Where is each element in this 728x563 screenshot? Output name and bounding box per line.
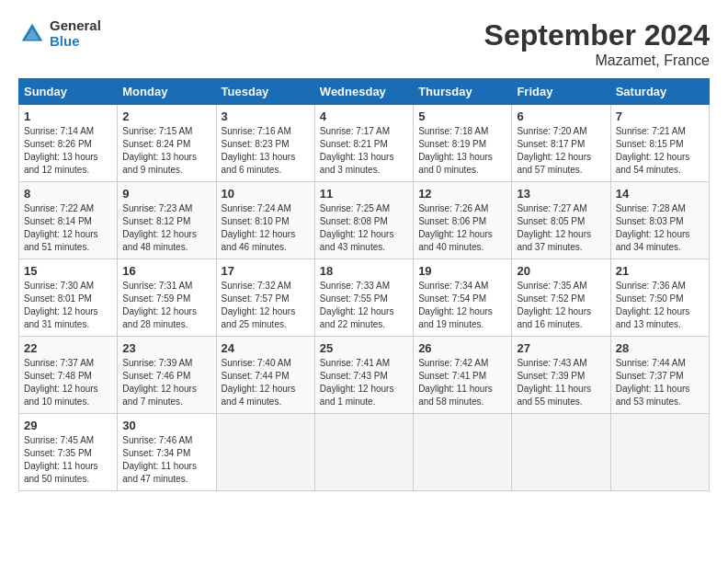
- day-number: 15: [24, 264, 112, 278]
- calendar-cell: 24Sunrise: 7:40 AMSunset: 7:44 PMDayligh…: [216, 337, 314, 414]
- header-monday: Monday: [118, 79, 216, 105]
- day-info: Sunrise: 7:43 AMSunset: 7:39 PMDaylight:…: [517, 357, 605, 408]
- header-sunday: Sunday: [19, 79, 118, 105]
- calendar-cell: 4Sunrise: 7:17 AMSunset: 8:21 PMDaylight…: [314, 105, 413, 182]
- day-number: 9: [122, 187, 210, 201]
- calendar-cell: [314, 414, 413, 491]
- calendar-cell: 8Sunrise: 7:22 AMSunset: 8:14 PMDaylight…: [19, 182, 118, 259]
- calendar-cell: 20Sunrise: 7:35 AMSunset: 7:52 PMDayligh…: [512, 259, 610, 337]
- day-info: Sunrise: 7:46 AMSunset: 7:34 PMDaylight:…: [122, 434, 210, 486]
- day-info: Sunrise: 7:17 AMSunset: 8:21 PMDaylight:…: [320, 125, 408, 177]
- logo: General Blue: [18, 18, 101, 49]
- day-info: Sunrise: 7:15 AMSunset: 8:24 PMDaylight:…: [122, 125, 210, 177]
- day-number: 28: [616, 341, 704, 355]
- day-number: 8: [24, 187, 112, 201]
- calendar-cell: 9Sunrise: 7:23 AMSunset: 8:12 PMDaylight…: [118, 182, 216, 259]
- day-info: Sunrise: 7:30 AMSunset: 8:01 PMDaylight:…: [24, 280, 112, 331]
- day-info: Sunrise: 7:41 AMSunset: 7:43 PMDaylight:…: [320, 357, 408, 408]
- calendar-cell: 7Sunrise: 7:21 AMSunset: 8:15 PMDaylight…: [610, 105, 709, 182]
- day-number: 18: [320, 264, 408, 278]
- day-info: Sunrise: 7:28 AMSunset: 8:03 PMDaylight:…: [616, 202, 704, 254]
- calendar-cell: 22Sunrise: 7:37 AMSunset: 7:48 PMDayligh…: [19, 337, 118, 414]
- logo-line2: Blue: [50, 34, 101, 50]
- calendar-cell: 19Sunrise: 7:34 AMSunset: 7:54 PMDayligh…: [414, 259, 512, 337]
- calendar-cell: 29Sunrise: 7:45 AMSunset: 7:35 PMDayligh…: [19, 414, 118, 491]
- header-wednesday: Wednesday: [314, 79, 413, 105]
- day-number: 21: [616, 264, 704, 278]
- logo-icon: [18, 20, 46, 48]
- calendar-cell: 17Sunrise: 7:32 AMSunset: 7:57 PMDayligh…: [216, 259, 314, 337]
- day-info: Sunrise: 7:26 AMSunset: 8:06 PMDaylight:…: [418, 202, 506, 254]
- day-number: 10: [222, 187, 310, 201]
- calendar-cell: [512, 414, 610, 491]
- day-number: 17: [222, 264, 310, 278]
- day-number: 14: [616, 187, 704, 201]
- day-number: 5: [418, 109, 506, 123]
- calendar-cell: 30Sunrise: 7:46 AMSunset: 7:34 PMDayligh…: [118, 414, 216, 491]
- page-header: General Blue September 2024 Mazamet, Fra…: [18, 18, 710, 69]
- calendar-week-2: 8Sunrise: 7:22 AMSunset: 8:14 PMDaylight…: [19, 182, 710, 259]
- calendar-cell: 13Sunrise: 7:27 AMSunset: 8:05 PMDayligh…: [512, 182, 610, 259]
- day-info: Sunrise: 7:44 AMSunset: 7:37 PMDaylight:…: [616, 357, 704, 408]
- calendar-table: SundayMondayTuesdayWednesdayThursdayFrid…: [18, 78, 710, 491]
- day-info: Sunrise: 7:37 AMSunset: 7:48 PMDaylight:…: [24, 357, 112, 408]
- header-saturday: Saturday: [610, 79, 709, 105]
- day-number: 25: [320, 341, 408, 355]
- calendar-cell: 16Sunrise: 7:31 AMSunset: 7:59 PMDayligh…: [118, 259, 216, 337]
- header-friday: Friday: [512, 79, 610, 105]
- day-number: 2: [122, 109, 210, 123]
- day-number: 16: [122, 264, 210, 278]
- header-thursday: Thursday: [414, 79, 512, 105]
- calendar-cell: 5Sunrise: 7:18 AMSunset: 8:19 PMDaylight…: [414, 105, 512, 182]
- day-info: Sunrise: 7:14 AMSunset: 8:26 PMDaylight:…: [24, 125, 112, 177]
- calendar-cell: 6Sunrise: 7:20 AMSunset: 8:17 PMDaylight…: [512, 105, 610, 182]
- calendar-cell: 28Sunrise: 7:44 AMSunset: 7:37 PMDayligh…: [610, 337, 709, 414]
- day-info: Sunrise: 7:24 AMSunset: 8:10 PMDaylight:…: [222, 202, 310, 254]
- calendar-cell: 12Sunrise: 7:26 AMSunset: 8:06 PMDayligh…: [414, 182, 512, 259]
- calendar-week-4: 22Sunrise: 7:37 AMSunset: 7:48 PMDayligh…: [19, 337, 710, 414]
- calendar-cell: 2Sunrise: 7:15 AMSunset: 8:24 PMDaylight…: [118, 105, 216, 182]
- calendar-cell: 25Sunrise: 7:41 AMSunset: 7:43 PMDayligh…: [314, 337, 413, 414]
- day-number: 12: [418, 187, 506, 201]
- calendar-cell: 15Sunrise: 7:30 AMSunset: 8:01 PMDayligh…: [19, 259, 118, 337]
- day-info: Sunrise: 7:45 AMSunset: 7:35 PMDaylight:…: [24, 434, 112, 486]
- day-info: Sunrise: 7:36 AMSunset: 7:50 PMDaylight:…: [616, 280, 704, 331]
- day-info: Sunrise: 7:27 AMSunset: 8:05 PMDaylight:…: [517, 202, 605, 254]
- day-number: 19: [418, 264, 506, 278]
- day-number: 13: [517, 187, 605, 201]
- day-info: Sunrise: 7:16 AMSunset: 8:23 PMDaylight:…: [222, 125, 310, 177]
- day-number: 23: [122, 341, 210, 355]
- day-number: 4: [320, 109, 408, 123]
- logo-line1: General: [50, 18, 101, 34]
- calendar-title: September 2024: [484, 18, 710, 52]
- day-number: 3: [222, 109, 310, 123]
- day-info: Sunrise: 7:40 AMSunset: 7:44 PMDaylight:…: [222, 357, 310, 408]
- calendar-cell: [610, 414, 709, 491]
- day-info: Sunrise: 7:21 AMSunset: 8:15 PMDaylight:…: [616, 125, 704, 177]
- day-info: Sunrise: 7:39 AMSunset: 7:46 PMDaylight:…: [122, 357, 210, 408]
- calendar-cell: [414, 414, 512, 491]
- calendar-cell: 11Sunrise: 7:25 AMSunset: 8:08 PMDayligh…: [314, 182, 413, 259]
- day-info: Sunrise: 7:32 AMSunset: 7:57 PMDaylight:…: [222, 280, 310, 331]
- calendar-cell: 27Sunrise: 7:43 AMSunset: 7:39 PMDayligh…: [512, 337, 610, 414]
- day-number: 22: [24, 341, 112, 355]
- day-info: Sunrise: 7:20 AMSunset: 8:17 PMDaylight:…: [517, 125, 605, 177]
- header-tuesday: Tuesday: [216, 79, 314, 105]
- calendar-cell: 18Sunrise: 7:33 AMSunset: 7:55 PMDayligh…: [314, 259, 413, 337]
- day-number: 20: [517, 264, 605, 278]
- calendar-cell: 10Sunrise: 7:24 AMSunset: 8:10 PMDayligh…: [216, 182, 314, 259]
- day-info: Sunrise: 7:25 AMSunset: 8:08 PMDaylight:…: [320, 202, 408, 254]
- calendar-week-5: 29Sunrise: 7:45 AMSunset: 7:35 PMDayligh…: [19, 414, 710, 491]
- day-info: Sunrise: 7:31 AMSunset: 7:59 PMDaylight:…: [122, 280, 210, 331]
- calendar-cell: 14Sunrise: 7:28 AMSunset: 8:03 PMDayligh…: [610, 182, 709, 259]
- title-block: September 2024 Mazamet, France: [484, 18, 710, 69]
- day-number: 6: [517, 109, 605, 123]
- day-number: 24: [222, 341, 310, 355]
- day-info: Sunrise: 7:42 AMSunset: 7:41 PMDaylight:…: [418, 357, 506, 408]
- calendar-cell: 23Sunrise: 7:39 AMSunset: 7:46 PMDayligh…: [118, 337, 216, 414]
- calendar-week-1: 1Sunrise: 7:14 AMSunset: 8:26 PMDaylight…: [19, 105, 710, 182]
- calendar-subtitle: Mazamet, France: [484, 52, 710, 69]
- calendar-cell: 1Sunrise: 7:14 AMSunset: 8:26 PMDaylight…: [19, 105, 118, 182]
- header-row: SundayMondayTuesdayWednesdayThursdayFrid…: [19, 79, 710, 105]
- calendar-cell: [216, 414, 314, 491]
